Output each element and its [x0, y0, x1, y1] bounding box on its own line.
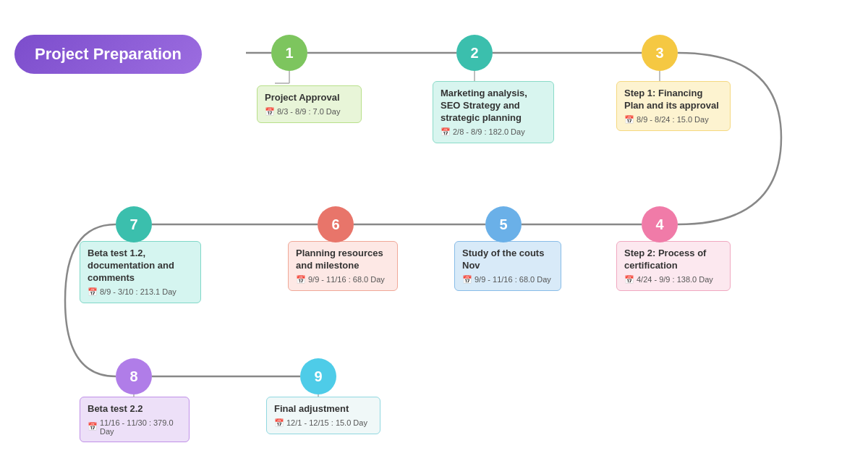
node-5: 5 — [485, 206, 522, 242]
node-7: 7 — [116, 206, 152, 242]
card-3: Step 1: Financing Plan and its approval … — [616, 81, 731, 131]
card-7-date: 📅 8/9 - 3/10 : 213.1 Day — [88, 287, 193, 297]
card-5-date: 📅 9/9 - 11/16 : 68.0 Day — [462, 275, 553, 284]
card-1: Project Approval 📅 8/3 - 8/9 : 7.0 Day — [257, 85, 362, 123]
card-1-date: 📅 8/3 - 8/9 : 7.0 Day — [265, 107, 354, 117]
card-2: Marketing analysis, SEO Strategy and str… — [433, 81, 554, 143]
card-3-title: Step 1: Financing Plan and its approval — [624, 88, 723, 112]
card-8-date: 📅 11/16 - 11/30 : 379.0 Day — [88, 418, 182, 436]
card-2-title: Marketing analysis, SEO Strategy and str… — [441, 88, 546, 124]
node-3: 3 — [642, 35, 678, 71]
node-8: 8 — [116, 358, 152, 394]
card-4-date: 📅 4/24 - 9/9 : 138.0 Day — [624, 275, 723, 284]
node-9: 9 — [300, 358, 336, 394]
calendar-icon-9: 📅 — [274, 418, 284, 428]
node-6: 6 — [318, 206, 354, 242]
card-2-date: 📅 2/8 - 8/9 : 182.0 Day — [441, 127, 546, 137]
calendar-icon-1: 📅 — [265, 107, 275, 117]
node-2: 2 — [456, 35, 493, 71]
calendar-icon-8: 📅 — [88, 422, 98, 431]
card-1-title: Project Approval — [265, 92, 354, 104]
card-5: Study of the couts Nov 📅 9/9 - 11/16 : 6… — [454, 241, 561, 291]
card-6-date: 📅 9/9 - 11/16 : 68.0 Day — [296, 275, 390, 284]
card-7: Beta test 1.2, documentation and comment… — [80, 241, 201, 303]
card-4: Step 2: Process of certification 📅 4/24 … — [616, 241, 731, 291]
card-9-title: Final adjustment — [274, 403, 373, 415]
calendar-icon-4: 📅 — [624, 275, 634, 284]
card-8: Beta test 2.2 📅 11/16 - 11/30 : 379.0 Da… — [80, 397, 190, 442]
card-3-date: 📅 8/9 - 8/24 : 15.0 Day — [624, 115, 723, 124]
card-6: Planning resources and milestone 📅 9/9 -… — [288, 241, 398, 291]
calendar-icon-3: 📅 — [624, 115, 634, 124]
calendar-icon-7: 📅 — [88, 287, 98, 297]
node-1: 1 — [271, 35, 307, 71]
card-4-title: Step 2: Process of certification — [624, 248, 723, 272]
card-6-title: Planning resources and milestone — [296, 248, 390, 272]
card-5-title: Study of the couts Nov — [462, 248, 553, 272]
card-7-title: Beta test 1.2, documentation and comment… — [88, 248, 193, 284]
card-8-title: Beta test 2.2 — [88, 403, 182, 415]
canvas: Project Preparation 1 2 3 4 5 6 7 8 9 Pr… — [0, 0, 868, 456]
node-4: 4 — [642, 206, 678, 242]
card-9-date: 📅 12/1 - 12/15 : 15.0 Day — [274, 418, 373, 428]
calendar-icon-2: 📅 — [441, 127, 451, 137]
card-9: Final adjustment 📅 12/1 - 12/15 : 15.0 D… — [266, 397, 380, 434]
calendar-icon-5: 📅 — [462, 275, 472, 284]
project-title: Project Preparation — [14, 35, 202, 74]
calendar-icon-6: 📅 — [296, 275, 306, 284]
